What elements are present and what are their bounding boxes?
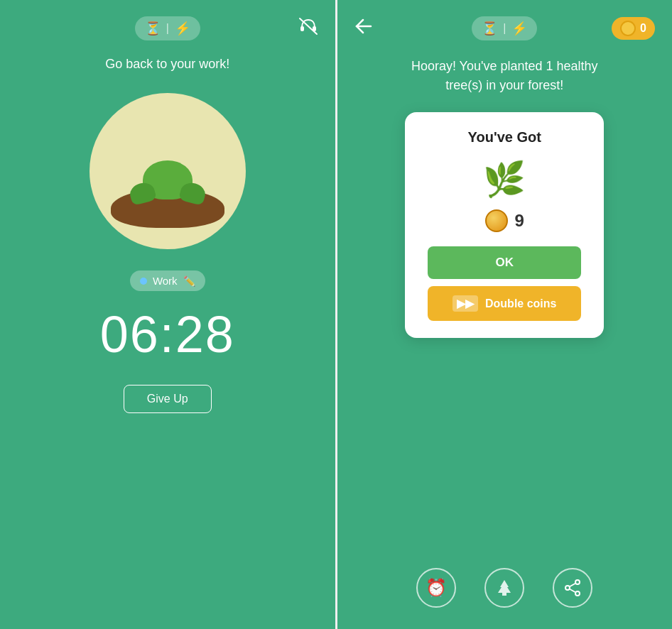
double-coins-label: Double coins [485, 297, 556, 310]
right-screen: ⏳ | ⚡ 0 Hooray! You've planted 1 healthy… [337, 0, 673, 629]
coin-count: 0 [640, 22, 646, 35]
share-icon-button[interactable] [553, 568, 592, 608]
svg-point-5 [575, 591, 580, 596]
work-label: Work [153, 275, 178, 287]
right-header: ⏳ | ⚡ 0 [349, 14, 661, 43]
right-flash-icon: ⚡ [511, 21, 527, 36]
reward-coin-icon [485, 209, 508, 232]
go-back-message: Go back to your work! [105, 57, 229, 72]
left-screen: ⏳ | ⚡ Go back to your work! Work [0, 0, 337, 629]
forest-icon [494, 579, 514, 597]
svg-point-4 [565, 586, 570, 590]
bush-main [143, 160, 193, 199]
coin-reward-amount: 9 [515, 211, 524, 231]
right-divider: | [503, 22, 506, 35]
share-icon [563, 579, 582, 597]
timer-display: 06:28 [100, 305, 235, 363]
hooray-message: Hooray! You've planted 1 healthytree(s) … [411, 57, 598, 95]
svg-point-3 [575, 580, 580, 584]
double-coins-icon: ▶▶ [452, 295, 478, 312]
tree-bush [143, 160, 193, 199]
give-up-button[interactable]: Give Up [124, 385, 212, 413]
alarm-icon: ⏰ [426, 578, 447, 598]
work-dot [140, 278, 147, 285]
divider: | [166, 22, 169, 35]
back-icon[interactable] [354, 18, 373, 38]
svg-line-7 [570, 589, 576, 593]
svg-line-6 [570, 584, 576, 587]
forest-icon-button[interactable] [484, 568, 524, 608]
edit-icon[interactable]: ✏️ [183, 275, 195, 287]
headset-off-icon[interactable] [298, 17, 318, 40]
left-header: ⏳ | ⚡ [11, 14, 324, 43]
coin-icon [620, 21, 636, 36]
ok-button[interactable]: OK [428, 246, 581, 279]
svg-rect-0 [300, 26, 304, 31]
right-hourglass-icon: ⏳ [482, 21, 497, 36]
double-coins-button[interactable]: ▶▶ Double coins [428, 286, 581, 321]
flash-icon: ⚡ [175, 21, 190, 36]
tree-illustration [90, 93, 246, 249]
hourglass-icon: ⏳ [145, 21, 161, 36]
alarm-icon-button[interactable]: ⏰ [416, 568, 456, 608]
reward-title: You've Got [468, 129, 541, 146]
bottom-icons: ⏰ [416, 568, 592, 608]
tree-reward-icon: 🌿 [483, 160, 526, 199]
right-header-icons: ⏳ | ⚡ [472, 16, 537, 40]
hooray-text-content: Hooray! You've planted 1 healthytree(s) … [411, 59, 598, 92]
work-tag[interactable]: Work ✏️ [130, 270, 205, 291]
left-header-icons: ⏳ | ⚡ [135, 16, 200, 40]
coin-badge: 0 [612, 17, 655, 40]
coin-reward-row: 9 [485, 209, 524, 232]
reward-card: You've Got 🌿 9 OK ▶▶ Double coins [405, 112, 604, 338]
